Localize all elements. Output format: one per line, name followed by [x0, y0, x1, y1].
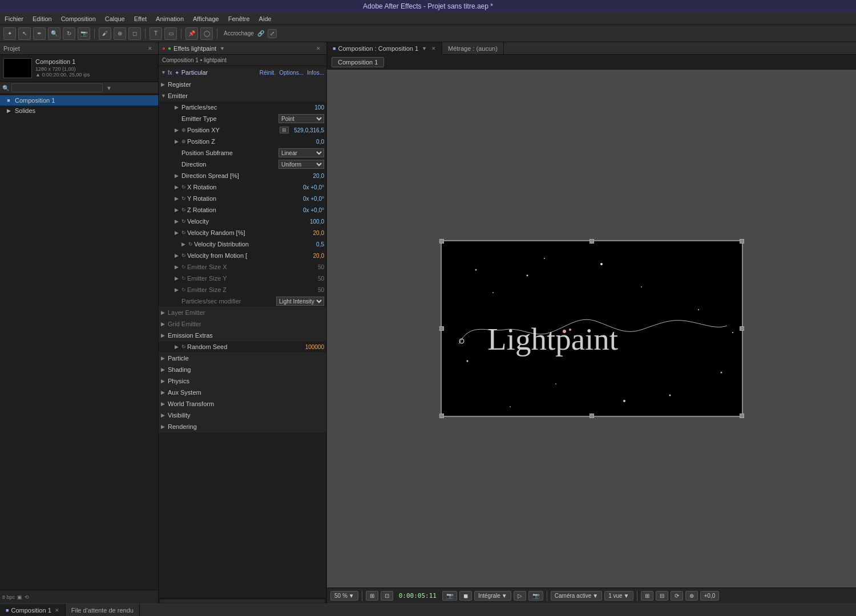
position-xy-row[interactable]: ▶ ⊕ Position XY ⊞ 529,0,316,5 — [159, 124, 326, 136]
shading-section[interactable]: ▶ Shading — [159, 364, 326, 375]
random-seed-row[interactable]: ▶ ↻ Random Seed 100000 — [159, 341, 326, 352]
comp-canvas[interactable]: Lightpaint — [327, 70, 856, 587]
xrot-value[interactable]: 0x +0,0° — [290, 184, 324, 191]
menu-fichier[interactable]: Fichier — [5, 15, 23, 22]
options-btn[interactable]: Options... — [279, 70, 304, 76]
velocity-value[interactable]: 100,0 — [290, 218, 324, 225]
physics-section[interactable]: ▶ Physics — [159, 375, 326, 387]
pos-subframe-select[interactable]: Linear None — [278, 148, 324, 157]
menu-effet[interactable]: Effet — [134, 15, 147, 22]
p-modifier-select[interactable]: Light Intensity None — [276, 297, 324, 306]
emit-size-x-row[interactable]: ▶ ↻ Emitter Size X 50 — [159, 261, 326, 273]
expand-btn[interactable]: ⤢ — [268, 29, 277, 38]
project-item-comp1[interactable]: ■ Composition 1 — [0, 95, 158, 106]
frame-btn[interactable]: ⊞ — [366, 591, 378, 601]
vel-dist-value[interactable]: 0,5 — [290, 241, 324, 248]
x-rotation-row[interactable]: ▶ ↻ X Rotation 0x +0,0° — [159, 181, 326, 193]
effects-scrollbar-thumb[interactable] — [160, 599, 325, 603]
vel-motion-value[interactable]: 20,0 — [290, 253, 324, 259]
project-close-btn[interactable]: ✕ — [146, 44, 155, 53]
pen-tool-btn[interactable]: ✒ — [33, 27, 46, 40]
render-btn[interactable]: ▷ — [514, 591, 526, 601]
timeline-tab-close[interactable]: ✕ — [55, 607, 59, 613]
register-section[interactable]: ▶ Register — [159, 79, 326, 90]
p-sec-value[interactable]: 100 — [290, 104, 324, 111]
camera-btn[interactable]: 📷 — [442, 591, 457, 601]
menu-affichage[interactable]: Affichage — [193, 15, 219, 22]
zoom-control[interactable]: 50 % ▼ — [330, 591, 358, 601]
new-comp-btn[interactable]: ✦ — [3, 27, 16, 40]
effects-dropdown-btn[interactable]: ▼ — [220, 46, 225, 51]
text-tool-btn[interactable]: T — [150, 27, 162, 40]
particular-header-row[interactable]: ▼ fx ✦ Particular Réinit. Options... Inf… — [159, 66, 326, 79]
particle-section[interactable]: ▶ Particle — [159, 352, 326, 364]
pz-value[interactable]: 0,0 — [290, 139, 324, 145]
grid-emitter-section[interactable]: ▶ Grid Emitter — [159, 318, 326, 330]
zoom-tool-btn[interactable]: 🔍 — [48, 27, 60, 40]
eraser-tool-btn[interactable]: ◻ — [128, 27, 141, 40]
emit-size-z-value[interactable]: 50 — [290, 287, 324, 293]
rect-tool-btn[interactable]: ▭ — [164, 27, 177, 40]
yrot-value[interactable]: 0x +0,0° — [290, 196, 324, 202]
menu-animation[interactable]: Animation — [156, 15, 184, 22]
comp-subtab-1[interactable]: Composition 1 — [332, 57, 384, 67]
shape-tool-btn[interactable]: ◯ — [200, 27, 213, 40]
blend-btn[interactable]: ⊕ — [685, 591, 698, 601]
z-rotation-row[interactable]: ▶ ↻ Z Rotation 0x +0,0° — [159, 204, 326, 216]
y-rotation-row[interactable]: ▶ ↻ Y Rotation 0x +0,0° — [159, 193, 326, 204]
timeline-tab-2[interactable]: File d'attente de rendu — [66, 604, 140, 617]
flow-btn[interactable]: ⟳ — [671, 591, 683, 601]
emitter-section[interactable]: ▼ Emitter — [159, 90, 326, 102]
offset-control[interactable]: +0,0 — [700, 591, 720, 601]
menu-calque[interactable]: Calque — [105, 15, 125, 22]
select-tool-btn[interactable]: ↖ — [18, 27, 31, 40]
velocity-row[interactable]: ▶ ↻ Velocity 100,0 — [159, 216, 326, 227]
emitter-type-select[interactable]: Point Box Sphere Grid Light(s) Layer — [278, 114, 324, 123]
brush-tool-btn[interactable]: 🖌 — [99, 27, 111, 40]
emit-size-z-row[interactable]: ▶ ↻ Emitter Size Z 50 — [159, 284, 326, 295]
timeline-tab-1[interactable]: ■ Composition 1 ✕ — [0, 604, 66, 617]
vel-dist-row[interactable]: ▶ ↻ Velocity Distribution 0,5 — [159, 238, 326, 250]
layout-btn-1[interactable]: ⊞ — [641, 591, 653, 601]
project-item-solides[interactable]: ▶ Solides — [0, 106, 158, 116]
effects-scroll-bottom[interactable] — [159, 598, 326, 603]
project-search-input[interactable] — [11, 83, 103, 92]
direction-select[interactable]: Uniform Directional Bi-directional — [278, 160, 324, 169]
comp-tab-1[interactable]: ■ Composition : Composition 1 ▼ ✕ — [327, 42, 442, 55]
views-control[interactable]: 1 vue ▼ — [604, 591, 633, 601]
stamp-tool-btn[interactable]: ⊕ — [114, 27, 126, 40]
comp-tab-1-dropdown[interactable]: ▼ — [422, 46, 427, 51]
comp-tab-1-close[interactable]: ✕ — [431, 46, 436, 51]
vel-random-row[interactable]: ▶ ↻ Velocity Random [%] 20,0 — [159, 227, 326, 238]
pxy-value[interactable]: 529,0,316,5 — [290, 127, 324, 133]
snap-btn[interactable]: 🔗 — [256, 29, 265, 38]
dir-spread-row[interactable]: ▶ Direction Spread [%] 20,0 — [159, 170, 326, 181]
grid-btn[interactable]: ⊡ — [381, 591, 393, 601]
visibility-section[interactable]: ▶ Visibility — [159, 410, 326, 421]
zrot-value[interactable]: 0x +0,0° — [290, 207, 324, 213]
pixel-btn[interactable]: ◼ — [459, 591, 472, 601]
world-transform-section[interactable]: ▶ World Transform — [159, 398, 326, 410]
rotate-tool-btn[interactable]: ↻ — [63, 27, 75, 40]
spread-value[interactable]: 20,0 — [290, 173, 324, 179]
infos-btn[interactable]: Infos... — [307, 70, 324, 76]
reinit-btn[interactable]: Réinit. — [260, 70, 276, 76]
menu-fenetre[interactable]: Fenêtre — [228, 15, 250, 22]
rendering-section[interactable]: ▶ Rendering — [159, 421, 326, 432]
camera-control[interactable]: Caméra active ▼ — [551, 591, 602, 601]
emit-size-x-value[interactable]: 50 — [290, 264, 324, 270]
search-dropdown[interactable]: ▼ — [106, 85, 112, 91]
snapshot-btn[interactable]: 📷 — [528, 591, 543, 601]
comp-tab-2[interactable]: Métrage : (aucun) — [442, 42, 504, 55]
aux-system-section[interactable]: ▶ Aux System — [159, 387, 326, 398]
particles-sec-row[interactable]: ▶ Particles/sec 100 — [159, 102, 326, 113]
menu-edition[interactable]: Edition — [33, 15, 52, 22]
menu-aide[interactable]: Aide — [259, 15, 272, 22]
quality-control[interactable]: Intégrale ▼ — [474, 591, 511, 601]
emit-size-y-row[interactable]: ▶ ↻ Emitter Size Y 50 — [159, 273, 326, 284]
emission-extras-section[interactable]: ▶ Emission Extras — [159, 330, 326, 341]
layout-btn-2[interactable]: ⊟ — [656, 591, 668, 601]
effects-close-btn[interactable]: ✕ — [314, 44, 323, 53]
menu-composition[interactable]: Composition — [61, 15, 96, 22]
layer-emitter-section[interactable]: ▶ Layer Emitter — [159, 307, 326, 318]
